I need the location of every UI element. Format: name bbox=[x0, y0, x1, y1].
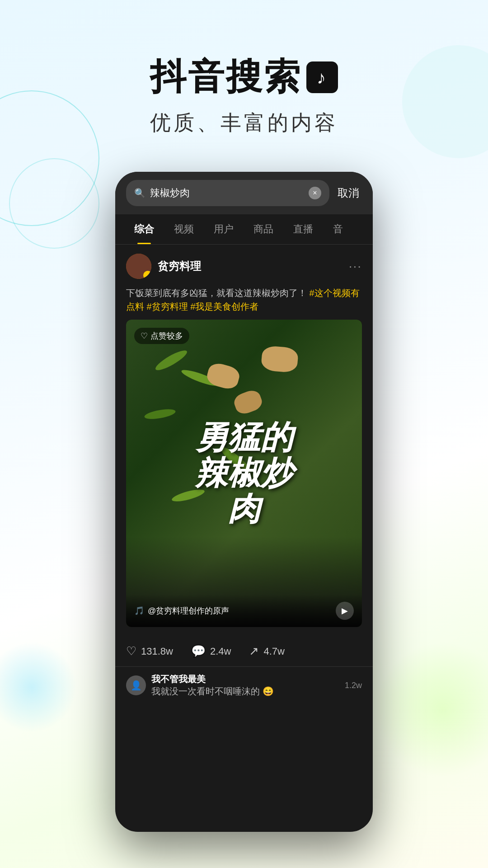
engagement-bar: ♡ 131.8w 💬 2.4w ↗ 4.7w bbox=[115, 636, 373, 666]
video-overlay-text: 勇猛的辣椒炒肉 bbox=[138, 420, 350, 527]
phone-mockup: 🔍 辣椒炒肉 × 取消 综合 视频 用户 商品 直播 音 bbox=[115, 172, 373, 832]
author-avatar[interactable]: ✓ bbox=[126, 254, 151, 279]
comments-value: 2.4w bbox=[210, 646, 231, 657]
video-sound-info: 🎵 @贫穷料理创作的原声 bbox=[134, 605, 229, 616]
tab-综合[interactable]: 综合 bbox=[124, 214, 164, 244]
likes-value: 131.8w bbox=[141, 646, 173, 657]
tiktok-logo-icon bbox=[306, 61, 338, 93]
video-bottom-bar: 🎵 @贫穷料理创作的原声 ▶ bbox=[126, 594, 362, 627]
subtitle-text: 优质、丰富的内容 bbox=[150, 109, 338, 137]
verified-badge-icon: ✓ bbox=[143, 271, 151, 279]
music-note-icon: 🎵 bbox=[134, 606, 144, 616]
top-section: 抖音搜索 优质、丰富的内容 bbox=[0, 0, 488, 190]
commenter-name[interactable]: 我不管我最美 bbox=[151, 673, 339, 685]
comment-icon: 💬 bbox=[191, 644, 206, 658]
search-bar: 🔍 辣椒炒肉 × 取消 bbox=[115, 172, 373, 214]
meat-shape-2 bbox=[232, 388, 264, 416]
hashtag-2[interactable]: #贫穷料理 bbox=[147, 302, 188, 311]
post-description: 下饭菜到底有多凶猛，就看这道辣椒炒肉了！ #这个视频有点料 #贫穷料理 #我是美… bbox=[126, 286, 362, 313]
author-name[interactable]: 贫穷料理 bbox=[158, 259, 201, 274]
play-button[interactable]: ▶ bbox=[336, 602, 354, 620]
post-section: ✓ 贫穷料理 ··· 下饭菜到底有多凶猛，就看这道辣椒炒肉了！ #这个视频有点料… bbox=[115, 245, 373, 636]
tab-商品[interactable]: 商品 bbox=[244, 214, 283, 244]
bg-glow-yellow bbox=[375, 642, 488, 778]
comment-preview: 👤 我不管我最美 我就没一次看时不咽唾沫的 😄 1.2w bbox=[115, 666, 373, 704]
commenter-avatar: 👤 bbox=[126, 675, 146, 695]
tab-音[interactable]: 音 bbox=[323, 214, 353, 244]
likes-badge: ♡ 点赞较多 bbox=[134, 328, 189, 344]
shares-count[interactable]: ↗ 4.7w bbox=[249, 644, 284, 658]
hashtag-3[interactable]: #我是美食创作者 bbox=[190, 302, 258, 311]
tab-直播[interactable]: 直播 bbox=[283, 214, 323, 244]
main-title-text: 抖音搜索 bbox=[150, 53, 302, 102]
like-icon: ♡ bbox=[126, 644, 136, 658]
video-sound-text: @贫穷料理创作的原声 bbox=[148, 605, 229, 616]
share-icon: ↗ bbox=[249, 644, 259, 658]
comment-likes-count: 1.2w bbox=[345, 681, 362, 690]
main-title-container: 抖音搜索 bbox=[150, 53, 338, 102]
likes-badge-text: 点赞较多 bbox=[150, 330, 183, 341]
comments-count[interactable]: 💬 2.4w bbox=[191, 644, 231, 658]
search-tabs: 综合 视频 用户 商品 直播 音 bbox=[115, 214, 373, 245]
comment-content: 我不管我最美 我就没一次看时不咽唾沫的 😄 bbox=[151, 673, 339, 698]
meat-shape-1 bbox=[205, 361, 242, 391]
tab-视频[interactable]: 视频 bbox=[164, 214, 204, 244]
cancel-search-button[interactable]: 取消 bbox=[335, 186, 362, 200]
heart-icon: ♡ bbox=[141, 331, 148, 341]
search-input-container[interactable]: 🔍 辣椒炒肉 × bbox=[126, 180, 329, 206]
video-text-overlay: 勇猛的辣椒炒肉 bbox=[138, 420, 350, 527]
bg-glow-blue bbox=[0, 642, 77, 732]
post-header: ✓ 贫穷料理 ··· bbox=[126, 254, 362, 279]
post-desc-text: 下饭菜到底有多凶猛，就看这道辣椒炒肉了！ bbox=[126, 288, 307, 298]
more-options-icon[interactable]: ··· bbox=[349, 259, 362, 274]
meat-shape-3 bbox=[261, 345, 299, 373]
search-query-text: 辣椒炒肉 bbox=[150, 186, 304, 200]
pepper-shape-1 bbox=[153, 347, 189, 373]
tab-用户[interactable]: 用户 bbox=[204, 214, 244, 244]
pepper-shape-3 bbox=[144, 407, 176, 421]
shares-value: 4.7w bbox=[263, 646, 284, 657]
comment-text: 我就没一次看时不咽唾沫的 😄 bbox=[151, 685, 339, 698]
search-icon: 🔍 bbox=[134, 188, 145, 198]
likes-count[interactable]: ♡ 131.8w bbox=[126, 644, 173, 658]
video-thumbnail[interactable]: ♡ 点赞较多 勇猛的辣椒炒肉 🎵 @贫穷料理创作的原声 ▶ bbox=[126, 320, 362, 627]
clear-search-button[interactable]: × bbox=[309, 187, 321, 199]
